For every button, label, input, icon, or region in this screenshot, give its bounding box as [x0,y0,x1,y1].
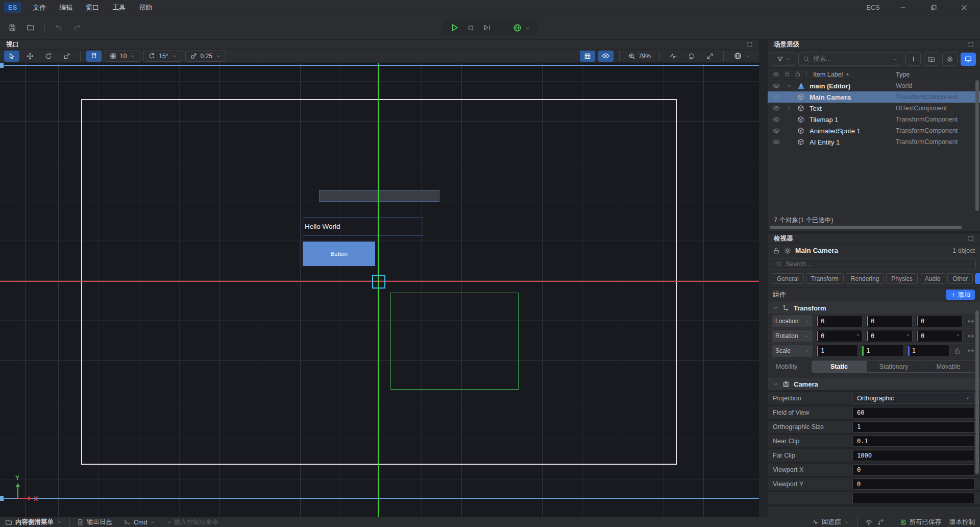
chevron-right-icon[interactable] [786,105,792,111]
menu-help[interactable]: 帮助 [132,1,159,14]
grid-toggle-button[interactable] [580,51,595,62]
mobility-movable-button[interactable]: Movable [921,361,975,372]
rotate-tool-button[interactable] [41,51,56,62]
select-tool-button[interactable] [4,51,19,62]
tab-rendering[interactable]: Rendering [846,273,884,284]
hierarchy-column-header[interactable]: Item Label Type [768,69,980,80]
snap-toggle-button[interactable] [86,51,102,62]
uniform-scale-lock-icon[interactable] [952,348,963,354]
chevron-down-icon[interactable] [786,83,792,89]
far-clip-field[interactable]: 1000 [852,450,975,461]
source-control-branch-icon[interactable] [877,519,884,525]
panel-sprite-rect[interactable] [319,190,439,202]
selection-origin-handle[interactable] [372,275,385,289]
near-clip-field[interactable]: 0.1 [852,436,975,447]
tree-row-tilemap[interactable]: Tilemap 1 TransformComponent [768,114,980,125]
screen-view-button[interactable] [961,53,976,66]
scale-z-field[interactable]: 1 [907,345,949,357]
visibility-toggle-button[interactable] [598,51,614,62]
panel-splitter[interactable] [759,40,768,517]
rotation-dropdown[interactable]: Rotation [772,330,813,342]
hierarchy-expand-icon[interactable] [968,41,974,47]
network-status-icon[interactable] [865,519,872,526]
viewport-x-field[interactable]: 0 [852,464,975,475]
camera-section-header[interactable]: Camera [768,378,980,390]
scale-x-field[interactable]: 1 [816,345,858,357]
filter-dropdown[interactable] [772,53,795,66]
visibility-icon[interactable] [773,127,780,134]
stop-button[interactable] [467,24,475,32]
menu-window[interactable]: 窗口 [79,1,106,14]
visibility-icon[interactable] [773,116,780,123]
visibility-icon[interactable] [773,105,780,112]
link-axes-icon[interactable] [966,318,976,325]
hierarchy-vertical-scrollbar[interactable] [975,80,979,211]
orthographic-size-field[interactable]: 1 [852,421,975,433]
stats-button[interactable] [666,51,681,62]
rotation-snap-dropdown[interactable]: 15° [143,51,182,62]
text-entity-box[interactable]: Hello World [303,217,423,236]
visibility-icon[interactable] [773,93,780,101]
ruler-handle-bottom[interactable] [0,496,4,501]
rotation-y-field[interactable]: 0° [866,330,913,342]
field-of-view-field[interactable]: 60 [852,407,975,418]
scene-ui-button[interactable]: Button [303,242,375,266]
tree-row-main-camera[interactable]: Main Camera TransformComponent [768,91,980,103]
viewport-expand-icon[interactable] [747,41,753,47]
tab-physics[interactable]: Physics [886,273,917,284]
menu-file[interactable]: 文件 [26,1,53,14]
grid-snap-dropdown[interactable]: 10 [105,51,140,62]
open-folder-button[interactable] [23,21,38,34]
add-entity-button[interactable] [905,53,921,66]
gear-icon[interactable] [784,247,791,254]
scene-canvas[interactable]: Hello World Button Y X [0,63,759,517]
tree-row-animatedsprite[interactable]: AnimatedSprite 1 TransformComponent [768,125,980,136]
mobility-stationary-button[interactable]: Stationary [866,361,921,372]
tab-transform[interactable]: Transform [806,273,844,284]
visibility-icon[interactable] [773,82,780,89]
output-log-button[interactable]: 输出日志 [77,518,112,526]
add-component-button[interactable]: 添加 [946,290,975,300]
tab-audio[interactable]: Audio [920,273,946,284]
location-x-field[interactable]: 0 [816,315,863,327]
tree-row-main[interactable]: main (Editor) World [768,80,980,91]
inspector-vertical-scrollbar[interactable] [975,310,979,474]
menu-tools[interactable]: 工具 [106,1,132,14]
menu-edit[interactable]: 编辑 [53,1,79,14]
scale-snap-dropdown[interactable]: 0.25 [185,51,226,62]
partial-field[interactable] [852,493,975,504]
inspector-expand-icon[interactable] [968,235,974,242]
link-axes-icon[interactable] [966,347,976,354]
hierarchy-settings-button[interactable] [942,53,958,66]
play-button[interactable] [450,23,459,32]
location-dropdown[interactable]: Location [772,315,813,327]
move-tool-button[interactable] [22,51,38,62]
undo-button[interactable] [52,21,66,34]
zoom-indicator[interactable]: 79% [625,53,654,60]
console-command-input[interactable]: > 输入控制台命令 [167,518,218,526]
add-folder-button[interactable] [924,53,939,66]
visibility-icon[interactable] [773,138,780,146]
fullscreen-button[interactable] [702,51,718,62]
ruler-handle-top[interactable] [0,63,4,68]
tab-other[interactable]: Other [947,273,973,284]
maximize-button[interactable] [926,2,941,14]
content-drawer-button[interactable]: 内容侧滑菜单 [5,518,62,526]
step-button[interactable] [483,23,491,32]
lock-icon[interactable] [773,247,780,254]
hierarchy-horizontal-scrollbar[interactable] [769,225,979,230]
save-button[interactable] [5,21,19,34]
minimize-button[interactable] [895,2,911,14]
tab-general[interactable]: General [772,273,804,284]
transform-section-header[interactable]: Transform [768,302,980,314]
inspector-search-input[interactable]: Search... [772,258,976,270]
redo-button[interactable] [70,21,84,34]
rotation-x-field[interactable]: 0° [816,330,863,342]
mobility-static-button[interactable]: Static [812,361,866,372]
location-z-field[interactable]: 0 [916,315,963,327]
trace-dropdown[interactable]: 回追踪 [812,518,849,526]
tree-row-ai-entity[interactable]: AI Entity 1 TransformComponent [768,136,980,148]
tree-row-text[interactable]: Text UITextComponent [768,103,980,114]
cmd-dropdown[interactable]: Cmd [124,519,155,526]
scale-tool-button[interactable] [59,51,75,62]
